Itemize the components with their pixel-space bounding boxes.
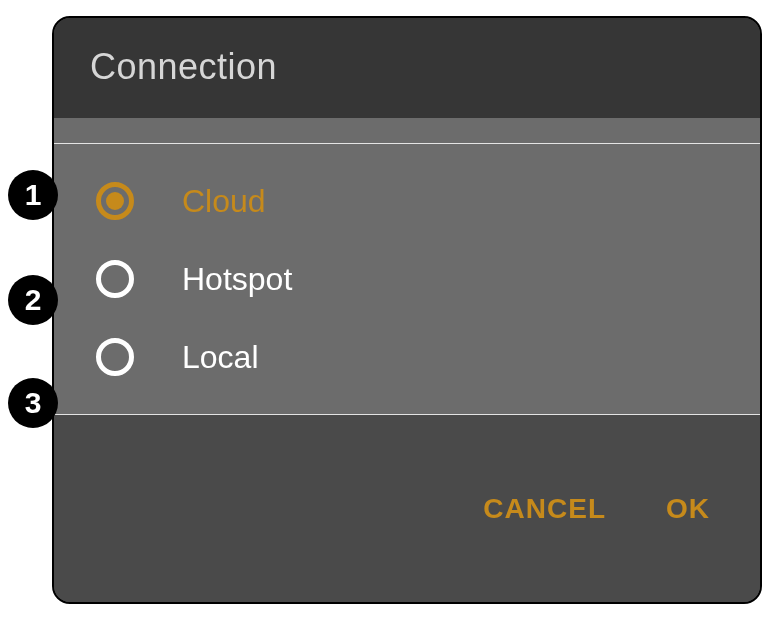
option-cloud[interactable]: Cloud [54,162,760,240]
radio-icon [96,260,134,298]
dialog-header: Connection [54,18,760,118]
cancel-button[interactable]: CANCEL [483,493,606,525]
option-label: Local [182,339,259,376]
annotation-marker-2: 2 [8,275,58,325]
annotation-marker-3: 3 [8,378,58,428]
radio-icon [96,338,134,376]
option-hotspot[interactable]: Hotspot [54,240,760,318]
radio-icon [96,182,134,220]
option-label: Hotspot [182,261,292,298]
ok-button[interactable]: OK [666,493,710,525]
option-local[interactable]: Local [54,318,760,396]
radio-dot-icon [106,192,124,210]
dialog-footer: CANCEL OK [54,415,760,602]
option-label: Cloud [182,183,266,220]
annotation-marker-1: 1 [8,170,58,220]
options-panel: Cloud Hotspot Local [54,144,760,414]
divider-top [54,118,760,144]
connection-dialog: Connection Cloud Hotspot Local CANCEL OK [52,16,762,604]
dialog-title: Connection [90,46,724,88]
